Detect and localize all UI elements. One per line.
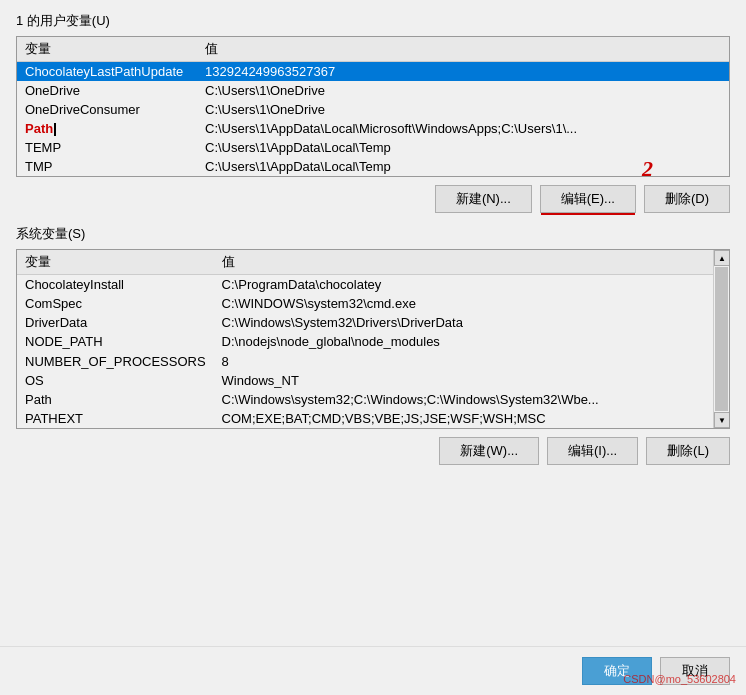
- user-vars-row[interactable]: TEMPC:\Users\1\AppData\Local\Temp: [17, 138, 729, 157]
- sys-vars-row[interactable]: PATHEXTCOM;EXE;BAT;CMD;VBS;VBE;JS;JSE;WS…: [17, 409, 713, 428]
- sys-new-button[interactable]: 新建(W)...: [439, 437, 539, 465]
- sys-vars-row[interactable]: OSWindows_NT: [17, 371, 713, 390]
- user-vars-row[interactable]: OneDriveC:\Users\1\OneDrive: [17, 81, 729, 100]
- user-vars-row[interactable]: ChocolateyLastPathUpdate1329242499635273…: [17, 62, 729, 82]
- user-vars-table: 变量 值 ChocolateyLastPathUpdate13292424996…: [17, 37, 729, 176]
- sys-vars-row[interactable]: ComSpecC:\WINDOWS\system32\cmd.exe: [17, 294, 713, 313]
- user-delete-button[interactable]: 删除(D): [644, 185, 730, 213]
- sys-vars-col-var: 变量: [17, 250, 214, 275]
- sys-vars-tbody[interactable]: ChocolateyInstallC:\ProgramData\chocolat…: [17, 275, 713, 429]
- ok-button[interactable]: 确定: [582, 657, 652, 685]
- sys-vars-row[interactable]: NODE_PATHD:\nodejs\node_global\node_modu…: [17, 332, 713, 351]
- sys-vars-row[interactable]: PathC:\Windows\system32;C:\Windows;C:\Wi…: [17, 390, 713, 409]
- user-vars-col-var: 变量: [17, 37, 197, 62]
- sys-vars-row[interactable]: ChocolateyInstallC:\ProgramData\chocolat…: [17, 275, 713, 295]
- scroll-up-button[interactable]: ▲: [714, 250, 730, 266]
- user-vars-row[interactable]: TMPC:\Users\1\AppData\Local\Temp: [17, 157, 729, 176]
- sys-vars-title: 系统变量(S): [16, 225, 730, 243]
- sys-edit-button[interactable]: 编辑(I)...: [547, 437, 638, 465]
- sys-vars-row[interactable]: NUMBER_OF_PROCESSORS8: [17, 352, 713, 371]
- user-vars-section: 1 的用户变量(U) 变量 值 ChocolateyLastPathUpdate…: [16, 12, 730, 213]
- sys-delete-button[interactable]: 删除(L): [646, 437, 730, 465]
- sys-vars-table-container: 变量 值 ChocolateyInstallC:\ProgramData\cho…: [16, 249, 730, 429]
- sys-vars-row[interactable]: DriverDataC:\Windows\System32\Drivers\Dr…: [17, 313, 713, 332]
- user-vars-row[interactable]: OneDriveConsumerC:\Users\1\OneDrive: [17, 100, 729, 119]
- bottom-buttons: 确定 取消: [0, 646, 746, 695]
- scroll-thumb[interactable]: [715, 267, 728, 411]
- cancel-button[interactable]: 取消: [660, 657, 730, 685]
- user-vars-col-val: 值: [197, 37, 729, 62]
- user-new-button[interactable]: 新建(N)...: [435, 185, 532, 213]
- user-vars-title: 1 的用户变量(U): [16, 12, 730, 30]
- sys-vars-table: 变量 值 ChocolateyInstallC:\ProgramData\cho…: [17, 250, 713, 428]
- scroll-down-button[interactable]: ▼: [714, 412, 730, 428]
- user-vars-row[interactable]: PathC:\Users\1\AppData\Local\Microsoft\W…: [17, 119, 729, 138]
- sys-vars-section: 系统变量(S) 变量 值 ChocolateyInstallC:\Program…: [16, 225, 730, 465]
- user-vars-table-container: 变量 值 ChocolateyLastPathUpdate13292424996…: [16, 36, 730, 177]
- user-edit-button[interactable]: 编辑(E)... 2: [540, 185, 636, 213]
- sys-vars-scrollbar[interactable]: ▲ ▼: [713, 250, 729, 428]
- user-vars-buttons: 新建(N)... 编辑(E)... 2 删除(D): [16, 185, 730, 213]
- user-vars-tbody[interactable]: ChocolateyLastPathUpdate1329242499635273…: [17, 62, 729, 177]
- sys-vars-col-val: 值: [214, 250, 713, 275]
- sys-vars-buttons: 新建(W)... 编辑(I)... 删除(L): [16, 437, 730, 465]
